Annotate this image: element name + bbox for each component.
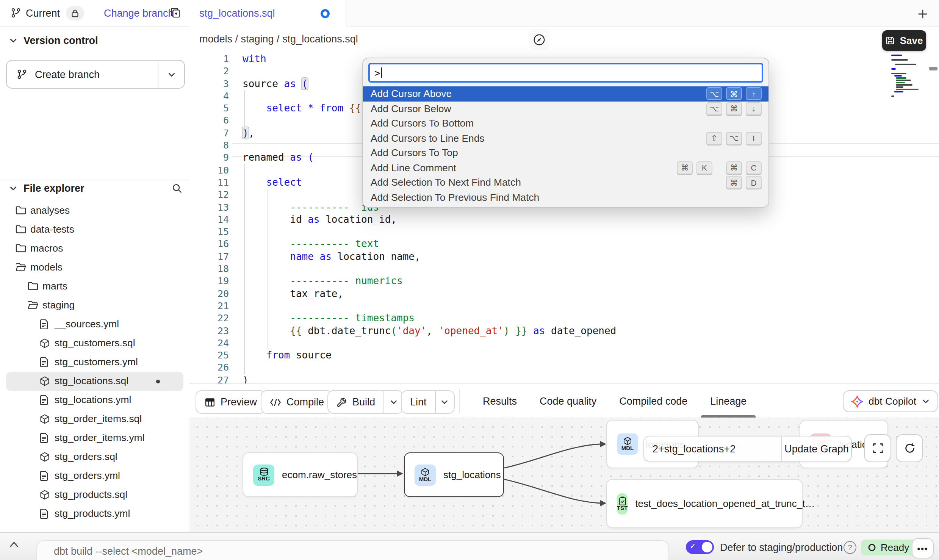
code-line-25: from source — [243, 349, 616, 362]
palette-item-add-cursors-to-line-ends[interactable]: Add Cursors to Line Ends⇧⌥I — [363, 131, 768, 145]
help-icon[interactable]: ? — [844, 541, 856, 554]
key-badge: K — [696, 161, 712, 174]
fullscreen-button[interactable] — [864, 434, 891, 462]
more-options-button[interactable]: ••• — [912, 538, 934, 558]
file-item-stg-locations-sql[interactable]: stg_locations.sql — [6, 372, 183, 391]
folder-open-icon — [27, 300, 39, 310]
version-control-section[interactable]: Version control — [9, 35, 98, 46]
model-icon — [39, 338, 50, 349]
build-button[interactable]: Build — [327, 390, 403, 414]
tab-lineage[interactable]: Lineage — [709, 384, 748, 418]
lint-label: Lint — [410, 396, 427, 408]
palette-item-add-cursors-to-top[interactable]: Add Cursors To Top — [363, 145, 768, 160]
update-graph-button[interactable]: Update Graph — [782, 436, 851, 461]
file-label: stg_order_items.yml — [55, 432, 144, 443]
lineage-node-test[interactable]: TST test_does_location_opened_at_trunc_t… — [606, 479, 803, 528]
key-badge: ⌥ — [706, 102, 722, 115]
tab-stg-locations-sql[interactable]: stg_locations.sql — [189, 0, 346, 27]
palette-item-add-line-comment[interactable]: Add Line Comment⌘K⌘C — [363, 160, 768, 175]
status-bar: dbt build --select <model_name> ✓ Defer … — [0, 532, 939, 560]
lineage-node-source[interactable]: SRC ecom.raw_stores — [243, 452, 358, 497]
file-item-stg-orders-sql[interactable]: stg_orders.sql — [0, 448, 189, 467]
git-branch-icon — [11, 8, 21, 18]
palette-item-add-selection-to-previous-find-match[interactable]: Add Selection To Previous Find Match — [363, 190, 768, 205]
command-palette-input[interactable]: > — [368, 63, 763, 83]
new-tab-button[interactable] — [914, 5, 931, 22]
palette-item-add-cursors-to-bottom[interactable]: Add Cursors To Bottom — [363, 116, 768, 131]
ready-status-badge[interactable]: Ready — [861, 540, 916, 555]
palette-item-add-cursor-above[interactable]: Add Cursor Above⌥⌘↑ — [363, 86, 768, 101]
palette-item-label: Add Cursors To Top — [371, 147, 762, 159]
command-palette: > Add Cursor Above⌥⌘↑Add Cursor Below⌥⌘↓… — [362, 58, 769, 208]
tab-results[interactable]: Results — [481, 384, 518, 418]
navigate-compass-icon[interactable] — [528, 29, 549, 50]
dbt-copilot-button[interactable]: dbt Copilot — [843, 390, 938, 412]
file-search-icon[interactable] — [171, 183, 183, 194]
file-item-staging[interactable]: staging — [0, 296, 189, 315]
preview-label: Preview — [221, 396, 257, 408]
lineage-canvas[interactable]: SRC ecom.raw_stores MDL stg_locations MD… — [189, 418, 939, 532]
file-item-stg-products-sql[interactable]: stg_products.sql — [0, 486, 189, 505]
scrollbar-thumb[interactable] — [929, 67, 937, 70]
lineage-node-stg-locations[interactable]: MDL stg_locations — [404, 452, 504, 497]
file-item-stg-orders-yml[interactable]: stg_orders.yml — [0, 467, 189, 486]
file-item-marts[interactable]: marts — [0, 277, 189, 296]
table-icon — [205, 397, 215, 407]
file-label: analyses — [30, 205, 70, 216]
tab-code-quality[interactable]: Code quality — [538, 384, 598, 418]
expand-console-chevron[interactable] — [9, 541, 19, 548]
save-label: Save — [900, 35, 923, 46]
model-badge: MDL — [617, 433, 638, 455]
shortcut-keys: ⌥⌘↓ — [706, 102, 762, 115]
file-label: stg_orders.yml — [55, 470, 120, 481]
compile-button[interactable]: Compile — [261, 390, 333, 414]
file-label: macros — [30, 242, 63, 254]
save-button[interactable]: Save — [882, 30, 926, 51]
file-item-stg-locations-yml[interactable]: stg_locations.yml — [0, 391, 189, 410]
tab-filename: stg_locations.sql — [199, 8, 275, 19]
defer-toggle[interactable]: ✓ — [686, 540, 714, 554]
create-branch-button[interactable]: Create branch — [6, 60, 185, 89]
create-branch-dropdown[interactable] — [158, 70, 184, 78]
palette-item-add-selection-to-next-find-match[interactable]: Add Selection To Next Find Match⌘D — [363, 175, 768, 190]
folder-open-icon — [15, 262, 27, 272]
version-control-title: Version control — [23, 35, 98, 46]
lint-button[interactable]: Lint — [401, 390, 455, 414]
file-item--sources-yml[interactable]: __sources.yml — [0, 315, 189, 334]
file-icon — [39, 319, 49, 330]
file-item-models[interactable]: models — [0, 258, 189, 277]
file-label: staging — [42, 299, 75, 311]
preview-button[interactable]: Preview — [196, 390, 266, 414]
file-item-stg-order-items-sql[interactable]: stg_order_items.sql — [0, 410, 189, 429]
palette-item-label: Add Selection To Previous Find Match — [371, 192, 762, 203]
lint-dropdown[interactable] — [436, 398, 454, 406]
file-item-data-tests[interactable]: data-tests — [0, 221, 189, 239]
tab-compiled-code[interactable]: Compiled code — [618, 384, 689, 418]
key-badge: I — [746, 132, 762, 145]
code-line-23: {{ dbt.date_trunc('day', 'opened_at') }}… — [243, 325, 616, 337]
palette-item-label: Add Cursor Below — [371, 103, 706, 114]
file-item-stg-order-items-yml[interactable]: stg_order_items.yml — [0, 429, 189, 448]
file-explorer-title: File explorer — [23, 183, 85, 194]
source-badge: SRC — [253, 464, 274, 485]
file-explorer-section[interactable]: File explorer — [9, 183, 85, 194]
file-item-stg-customers-sql[interactable]: stg_customers.sql — [0, 334, 189, 353]
test-badge: TST — [617, 493, 628, 514]
copy-branch-icon[interactable] — [170, 7, 181, 18]
palette-item-add-cursor-below[interactable]: Add Cursor Below⌥⌘↓ — [363, 101, 768, 116]
change-branch-link[interactable]: Change branch — [104, 8, 174, 19]
cube-icon — [623, 436, 632, 446]
file-item-analyses[interactable]: analyses — [0, 202, 189, 221]
file-item-stg-customers-yml[interactable]: stg_customers.yml — [0, 353, 189, 372]
key-badge: ⌘ — [726, 161, 742, 174]
file-item-stg-products-yml[interactable]: stg_products.yml — [0, 505, 189, 524]
panel-toolbar: Preview Compile Build Lint ResultsCode q… — [189, 383, 939, 418]
key-badge: ⌘ — [726, 88, 742, 100]
file-item-macros[interactable]: macros — [0, 239, 189, 258]
key-badge: ⌘ — [726, 176, 742, 189]
minimap[interactable] — [891, 55, 919, 98]
selector-input[interactable]: 2+stg_locations+2 — [644, 436, 781, 461]
command-input[interactable]: dbt build --select <model_name> — [36, 540, 669, 560]
build-dropdown[interactable] — [384, 398, 402, 406]
refresh-button[interactable] — [896, 434, 923, 462]
